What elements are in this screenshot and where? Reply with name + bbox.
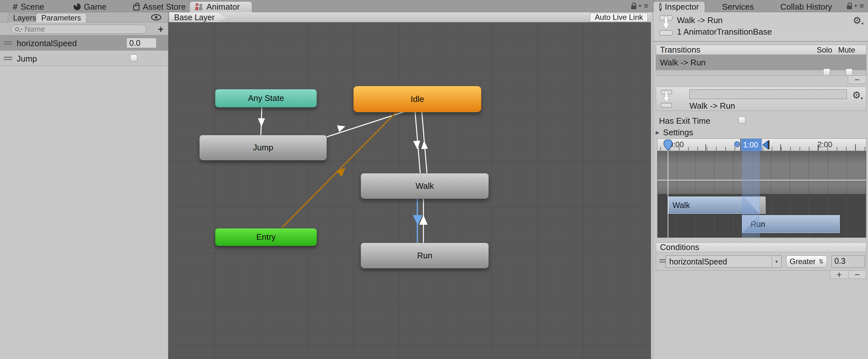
state-node-entry[interactable]: Entry xyxy=(215,228,317,246)
tab-game-label: Game xyxy=(84,2,106,12)
foldout-triangle-icon: ► xyxy=(654,129,660,136)
conditions-header: Conditions xyxy=(656,243,866,252)
breadcrumb-base-layer[interactable]: Base Layer xyxy=(169,13,226,22)
updown-arrows-icon: ⇅ xyxy=(819,258,824,265)
left-panel-tabbar: Layers Parameters xyxy=(0,12,168,22)
timeline-ruler[interactable]: 0:00 1:00 2:00 xyxy=(657,139,866,151)
condition-parameter-value: horizontalSpeed xyxy=(669,257,727,266)
transition-icon xyxy=(660,89,673,108)
condition-parameter-dropdown[interactable]: horizontalSpeed ▾ xyxy=(666,255,782,268)
arrowhead xyxy=(258,118,265,127)
transitions-box: Transitions Solo Mute Walk -> Run xyxy=(656,45,866,76)
auto-live-link-button[interactable]: Auto Live Link xyxy=(590,13,648,22)
tab-services[interactable]: Services xyxy=(716,1,760,12)
lock-icon[interactable] xyxy=(631,5,636,9)
inspector-caret-icon[interactable]: ▾ xyxy=(855,3,857,9)
drag-handle-icon[interactable] xyxy=(4,57,12,58)
transition-row-label: Walk -> Run xyxy=(660,58,706,67)
clip-tail xyxy=(760,197,765,214)
eye-icon[interactable] xyxy=(151,14,161,21)
tab-animator[interactable]: Animator xyxy=(189,1,252,12)
inspector-subtitle: 1 AnimatorTransitionBase xyxy=(677,27,772,37)
window-tab-strip: # Scene Game Asset Store Animator ▾ ≡ i … xyxy=(0,0,868,12)
transition-row-walk-run[interactable]: Walk -> Run xyxy=(656,55,866,70)
state-machine-grid[interactable]: Any State Idle Jump Walk Entry Run xyxy=(169,22,651,359)
inspector-panel: Walk -> Run 1 AnimatorTransitionBase ⚙ T… xyxy=(653,12,868,359)
clip-label: Walk xyxy=(673,201,690,210)
settings-foldout[interactable]: ► Settings xyxy=(654,128,693,138)
canvas-pane-controls: ▾ ≡ xyxy=(631,0,648,11)
tab-scene[interactable]: # Scene xyxy=(7,1,50,12)
add-condition-button[interactable]: + xyxy=(830,271,848,279)
playhead-icon[interactable] xyxy=(663,139,673,151)
inspector-menu-icon[interactable]: ≡ xyxy=(860,1,864,10)
animator-people-icon xyxy=(195,3,203,11)
timeline-grid-columns xyxy=(657,151,866,194)
gear-icon[interactable]: ⚙ xyxy=(853,15,864,26)
scene-grid-icon: # xyxy=(13,2,17,12)
parameter-value-field[interactable]: 0.0 xyxy=(126,38,156,48)
pane-caret-icon[interactable]: ▾ xyxy=(639,3,642,9)
timeline-track-area: Walk Run xyxy=(657,194,866,238)
tab-layers-label: Layers xyxy=(13,13,36,22)
transition-timeline[interactable]: 0:00 1:00 2:00 xyxy=(657,138,866,238)
drag-handle-icon[interactable] xyxy=(4,42,12,42)
transition-detail-label: Walk -> Run xyxy=(689,101,735,111)
animator-canvas: Base Layer Auto Live Link xyxy=(169,12,651,359)
inspector-pane-controls: ▾ ≡ xyxy=(847,0,864,11)
inspector-lock-icon[interactable] xyxy=(847,5,852,9)
timeline-selection-band[interactable]: 1:00 xyxy=(741,139,762,151)
parameter-row-jump[interactable]: Jump xyxy=(0,51,168,66)
parameter-name: Jump xyxy=(17,54,37,64)
state-node-any-state[interactable]: Any State xyxy=(215,89,317,107)
node-label: Any State xyxy=(248,93,284,103)
add-parameter-button[interactable]: + xyxy=(158,24,163,35)
transitions-header-label: Transitions xyxy=(660,45,700,55)
tab-parameters[interactable]: Parameters xyxy=(36,13,86,22)
transition-overlay-band[interactable] xyxy=(742,151,760,238)
search-input[interactable]: ▾ Name xyxy=(11,25,147,34)
gear-icon[interactable]: ⚙ xyxy=(852,89,863,101)
layer-toolbar: Base Layer Auto Live Link xyxy=(169,12,651,22)
condition-operator-popup[interactable]: Greater ⇅ xyxy=(786,255,827,268)
tab-collab-history[interactable]: Collab History xyxy=(775,1,838,12)
node-label: Walk xyxy=(416,181,434,191)
blend-curve-line xyxy=(657,180,866,181)
mute-checkbox[interactable] xyxy=(846,68,852,76)
search-filter-caret-icon: ▾ xyxy=(21,27,23,31)
tab-game[interactable]: Game xyxy=(68,1,112,12)
transition-end-marker[interactable] xyxy=(762,140,770,149)
state-node-jump[interactable]: Jump xyxy=(199,135,327,160)
arrowhead xyxy=(421,140,428,149)
has-exit-time-checkbox[interactable] xyxy=(738,117,745,124)
transitions-header: Transitions Solo Mute xyxy=(656,45,866,55)
remove-transition-button[interactable]: − xyxy=(848,76,866,84)
parameter-checkbox[interactable] xyxy=(130,55,137,61)
state-node-walk[interactable]: Walk xyxy=(361,173,489,199)
transition-name-field[interactable] xyxy=(689,89,847,99)
has-exit-time-label: Has Exit Time xyxy=(659,116,710,126)
state-node-run[interactable]: Run xyxy=(361,243,489,268)
tab-inspector[interactable]: i Inspector xyxy=(653,1,705,12)
tab-asset-store[interactable]: Asset Store xyxy=(127,1,191,12)
node-label: Jump xyxy=(253,143,273,153)
tab-scene-label: Scene xyxy=(21,2,44,12)
minus-icon: − xyxy=(855,270,860,280)
condition-threshold-field[interactable]: 0.3 xyxy=(832,255,865,268)
tab-parameters-label: Parameters xyxy=(41,13,81,22)
parameter-row-horizontalspeed[interactable]: horizontalSpeed 0.0 xyxy=(0,35,168,51)
remove-condition-button[interactable]: − xyxy=(848,271,866,279)
conditions-box: Conditions horizontalSpeed ▾ Greater ⇅ 0… xyxy=(656,242,866,271)
tick-label-2: 2:00 xyxy=(817,140,833,149)
node-label: Run xyxy=(417,251,432,260)
solo-checkbox[interactable] xyxy=(823,68,830,76)
pane-menu-icon[interactable]: ≡ xyxy=(644,1,648,10)
transition-offset-marker[interactable] xyxy=(734,141,740,147)
state-node-idle[interactable]: Idle xyxy=(353,86,482,112)
arrowhead xyxy=(336,168,345,176)
solo-column-label: Solo xyxy=(817,46,832,55)
game-pacman-icon xyxy=(73,3,81,10)
parameter-search-row: ▾ Name + xyxy=(0,22,168,35)
transition-detail-box: ⚙ Walk -> Run xyxy=(656,86,866,111)
auto-live-link-label: Auto Live Link xyxy=(595,13,643,22)
